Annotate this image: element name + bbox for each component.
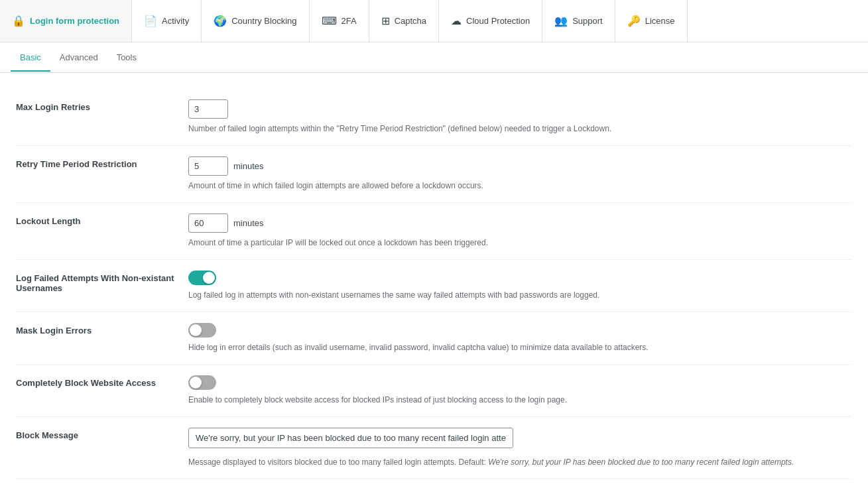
shield-icon: 🔒 (12, 15, 25, 27)
row-retry-time-period: Retry Time Period Restriction minutes Am… (16, 146, 852, 203)
nav-2fa-label: 2FA (341, 16, 357, 26)
row-block-message: Block Message Message displayed to visit… (16, 417, 852, 479)
nav-login-form-protection[interactable]: 🔒 Login form protection (0, 0, 132, 42)
tab-tools[interactable]: Tools (107, 44, 146, 72)
label-retry-time-period: Retry Time Period Restriction (16, 156, 188, 169)
control-max-login-retries: Number of failed login attempts within t… (188, 99, 852, 135)
unit-lockout-length: minutes (233, 218, 264, 228)
nav-license[interactable]: 🔑 License (615, 0, 688, 42)
toggle-thumb-mask (190, 324, 202, 336)
label-completely-block: Completely Block Website Access (16, 375, 188, 388)
nav-country-blocking[interactable]: 🌍 Country Blocking (202, 0, 309, 42)
input-block-message[interactable] (188, 428, 513, 448)
label-block-message: Block Message (16, 428, 188, 440)
label-lockout-length: Lockout Length (16, 213, 188, 226)
row-max-login-retries: Max Login Retries Number of failed login… (16, 89, 852, 146)
nav-country-blocking-label: Country Blocking (231, 16, 296, 26)
control-log-failed-attempts: Log failed log in attempts with non-exis… (188, 271, 852, 301)
main-content: Max Login Retries Number of failed login… (0, 73, 868, 488)
support-icon: 👥 (554, 15, 568, 27)
row-whitelisted-ips: Whitelisted IPs (16, 479, 852, 488)
nav-login-form-label: Login form protection (30, 16, 119, 26)
desc-max-login-retries: Number of failed login attempts within t… (188, 123, 852, 135)
top-nav: 🔒 Login form protection 📄 Activity 🌍 Cou… (0, 0, 868, 42)
nav-activity[interactable]: 📄 Activity (132, 0, 202, 42)
unit-retry-time-period: minutes (233, 161, 264, 171)
control-mask-login-errors: Hide log in error details (such as inval… (188, 323, 852, 353)
toggle-thumb-block (190, 377, 202, 389)
toggle-log-failed-attempts[interactable] (188, 271, 216, 285)
desc-lockout-length: Amount of time a particular IP will be l… (188, 237, 852, 249)
toggle-completely-block[interactable] (188, 375, 216, 390)
doc-icon: 📄 (144, 15, 157, 27)
control-lockout-length: minutes Amount of time a particular IP w… (188, 213, 852, 249)
row-mask-login-errors: Mask Login Errors Hide log in error deta… (16, 312, 852, 365)
desc-mask-login-errors: Hide log in error details (such as inval… (188, 341, 852, 353)
tab-advanced[interactable]: Advanced (50, 44, 107, 72)
toggle-mask-login-errors[interactable] (188, 323, 216, 337)
label-max-login-retries: Max Login Retries (16, 99, 188, 112)
nav-support[interactable]: 👥 Support (542, 0, 615, 42)
captcha-icon: ⊞ (381, 15, 390, 27)
desc-retry-time-period: Amount of time in which failed login att… (188, 180, 852, 192)
nav-captcha[interactable]: ⊞ Captcha (369, 0, 439, 42)
row-lockout-length: Lockout Length minutes Amount of time a … (16, 203, 852, 260)
desc-log-failed-attempts: Log failed log in attempts with non-exis… (188, 289, 852, 301)
control-completely-block: Enable to completely block website acces… (188, 375, 852, 406)
label-mask-login-errors: Mask Login Errors (16, 323, 188, 336)
input-max-login-retries[interactable] (188, 99, 228, 119)
input-lockout-length[interactable] (188, 213, 228, 233)
nav-cloud-protection[interactable]: ☁ Cloud Protection (439, 0, 542, 42)
desc-block-message: Message displayed to visitors blocked du… (188, 456, 852, 468)
row-completely-block: Completely Block Website Access Enable t… (16, 365, 852, 417)
input-retry-time-period[interactable] (188, 156, 228, 176)
nav-captcha-label: Captcha (395, 16, 426, 26)
nav-activity-label: Activity (162, 16, 189, 26)
nav-license-label: License (645, 16, 675, 26)
control-retry-time-period: minutes Amount of time in which failed l… (188, 156, 852, 192)
tab-basic[interactable]: Basic (11, 44, 50, 72)
nav-2fa[interactable]: ⌨ 2FA (310, 0, 369, 42)
nav-cloud-protection-label: Cloud Protection (466, 16, 530, 26)
nav-support-label: Support (572, 16, 603, 26)
key-icon: 🔑 (627, 15, 641, 27)
cloud-icon: ☁ (451, 15, 462, 27)
control-block-message: Message displayed to visitors blocked du… (188, 428, 852, 468)
globe-icon: 🌍 (214, 15, 227, 27)
sub-tabs: Basic Advanced Tools (0, 42, 868, 73)
label-log-failed-attempts: Log Failed Attempts With Non-existant Us… (16, 271, 188, 293)
2fa-icon: ⌨ (322, 15, 337, 27)
toggle-thumb-log (203, 272, 215, 284)
desc-completely-block: Enable to completely block website acces… (188, 394, 852, 406)
row-log-failed-attempts: Log Failed Attempts With Non-existant Us… (16, 260, 852, 312)
